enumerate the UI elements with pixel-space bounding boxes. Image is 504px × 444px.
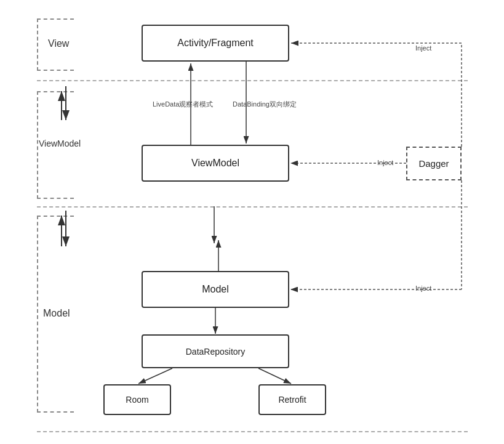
inject-viewmodel-label: Inject xyxy=(377,159,393,166)
inject-view-label: Inject xyxy=(415,44,431,52)
diagram-container: View Activity/Fragment ViewModel ViewMod… xyxy=(0,0,504,444)
room-box: Room xyxy=(103,384,171,415)
retrofit-box: Retrofit xyxy=(258,384,326,415)
svg-line-13 xyxy=(258,368,291,384)
data-repository-box: DataRepository xyxy=(142,334,289,368)
svg-line-12 xyxy=(138,368,172,384)
activity-fragment-box: Activity/Fragment xyxy=(142,25,289,62)
arrows-svg xyxy=(0,0,504,444)
viewmodel-box: ViewModel xyxy=(142,145,289,182)
viewmodel-label: ViewModel xyxy=(39,139,81,148)
model-box: Model xyxy=(142,271,289,308)
view-label: View xyxy=(48,38,69,49)
databinding-annotation: DataBinding双向绑定 xyxy=(233,100,297,109)
divider-middle xyxy=(37,206,468,208)
divider-top xyxy=(37,80,468,81)
dagger-box: Dagger xyxy=(406,147,462,180)
model-label: Model xyxy=(43,308,70,319)
divider-bottom xyxy=(37,431,468,432)
livedata-annotation: LiveData观察者模式 xyxy=(153,100,213,109)
inject-model-label: Inject xyxy=(415,285,431,292)
